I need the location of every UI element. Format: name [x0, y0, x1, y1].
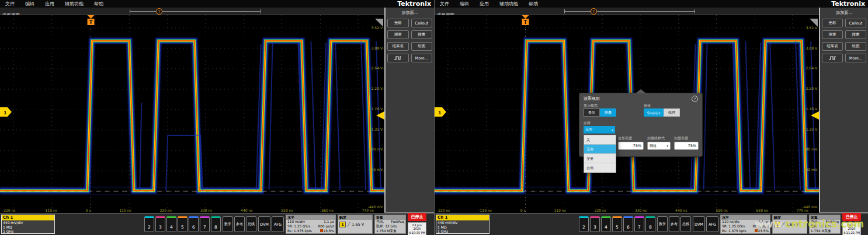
more-button[interactable]: More...: [845, 54, 866, 62]
persistence-option[interactable]: 无穷: [584, 145, 616, 154]
graticule-intensity-field[interactable]: 75%: [674, 142, 699, 150]
channel-7-button[interactable]: 7: [634, 216, 644, 232]
scope-right: 文件编辑应用辅助功能帮助 Tektronix 波形视图 T: [434, 0, 868, 235]
acquisition-badge[interactable]: 采集 自动,FastAcq 取样: 12 bits 1.754 M采集: [374, 215, 406, 234]
menu-item[interactable]: 帮助: [523, 0, 543, 8]
search-button[interactable]: 搜索: [411, 30, 433, 39]
persistence-option[interactable]: 变量: [584, 154, 616, 163]
channel-4-button[interactable]: 4: [166, 216, 176, 232]
horizontal-badge[interactable]: 水平 110 ns/div1.1 μs SR: 1.25 GS/s800 ps/…: [286, 215, 336, 234]
waveform-intensity-field[interactable]: 75%: [618, 142, 644, 150]
trigger-level-marker-icon[interactable]: [811, 111, 819, 120]
measure-button[interactable]: 测量: [387, 30, 409, 39]
menu-bar: 文件编辑应用辅助功能帮助 Tektronix: [0, 0, 434, 8]
menu-item[interactable]: 文件: [0, 0, 20, 8]
channel-5-button[interactable]: 5: [178, 216, 188, 232]
channel-1-marker-icon[interactable]: 1: [0, 107, 12, 117]
aux-button[interactable]: 总线: [246, 216, 256, 232]
menu-item[interactable]: 应用: [474, 0, 494, 8]
channel-5-button[interactable]: 5: [612, 216, 622, 232]
menu-item[interactable]: 辅助功能: [60, 0, 89, 8]
more-button[interactable]: More...: [411, 54, 433, 62]
aux-button[interactable]: 总线: [680, 216, 691, 232]
persistence-option[interactable]: 自动: [584, 163, 616, 173]
graticule[interactable]: T 1 -220 ns-110 ns0 s110 ns220 ns330 ns4…: [0, 15, 384, 213]
draw-a-box-corner-icon[interactable]: [810, 19, 818, 27]
tektronix-logo: Tektronix: [397, 0, 431, 8]
trigger-position-marker-icon[interactable]: T: [88, 15, 95, 25]
acquisition-mode: 自动,: [376, 220, 384, 225]
channel-3-button[interactable]: 3: [155, 216, 165, 232]
channel-1-scale: 440 mV/div: [3, 220, 53, 225]
channel-3-button[interactable]: 3: [590, 216, 600, 232]
results-table-button[interactable]: 结果表: [822, 42, 843, 51]
trigger-position-overview-icon[interactable]: T: [591, 8, 597, 15]
persistence-option[interactable]: 关: [584, 135, 616, 145]
plot-button[interactable]: 绘图: [411, 42, 433, 51]
waveform-badge-button[interactable]: [387, 54, 409, 62]
graticule-style-dropdown[interactable]: 网格 ▾: [647, 142, 671, 150]
help-icon[interactable]: ?: [692, 96, 698, 102]
add-new-label: 添加新...: [822, 10, 866, 16]
zoom-overview-bar[interactable]: T: [130, 9, 261, 13]
menu-item[interactable]: 编辑: [454, 0, 474, 8]
cursor-button[interactable]: 光标: [387, 19, 409, 27]
aux-button[interactable]: 数学: [223, 216, 233, 232]
zoom-overview-bar[interactable]: T: [564, 9, 695, 13]
trigger-badge[interactable]: 触发 1 ╱ 1.65 V: [338, 215, 373, 234]
aux-button[interactable]: 数学: [657, 216, 668, 232]
aux-button[interactable]: 参考: [234, 216, 245, 232]
results-table-button[interactable]: 结果表: [387, 42, 409, 51]
menu-item[interactable]: 应用: [40, 0, 60, 8]
channel-8-button[interactable]: 8: [645, 216, 655, 232]
stacked-option[interactable]: 堆叠: [600, 108, 616, 117]
channel-6-button[interactable]: 6: [623, 216, 633, 232]
channel-7-button[interactable]: 7: [200, 216, 210, 232]
aux-button[interactable]: AFG: [706, 216, 718, 232]
cursor-button[interactable]: 光标: [822, 19, 843, 27]
math-ref-bus-buttons: 数学参考总线: [223, 216, 256, 232]
sample-rate: SR: 1.25 GS/s: [287, 225, 310, 229]
persistence-dropdown[interactable]: 无穷 ▾: [584, 126, 615, 134]
callout-button[interactable]: Callout: [845, 19, 866, 27]
overlay-option[interactable]: 叠加: [584, 108, 600, 117]
svg-text:T: T: [89, 19, 93, 25]
compression-pct: 23.5%: [320, 229, 334, 234]
waveform-intensity-label: 波形亮度: [618, 136, 632, 141]
math-ref-bus-buttons: 数学参考总线: [657, 216, 691, 232]
graticule-style-label: 刻度线样式: [647, 136, 665, 141]
trigger-level-marker-icon[interactable]: [376, 111, 384, 120]
callout-button[interactable]: Callout: [411, 19, 433, 27]
aux-button[interactable]: DVM: [693, 216, 705, 232]
dialog-title: 波形视图: [579, 93, 702, 101]
trigger-source-icon: 1: [339, 222, 346, 227]
channel-6-button[interactable]: 6: [189, 216, 199, 232]
menu-item[interactable]: 编辑: [20, 0, 40, 8]
plot-button[interactable]: 绘图: [845, 42, 866, 51]
menu-item[interactable]: 辅助功能: [494, 0, 523, 8]
run-stop-button[interactable]: 已停止: [408, 213, 426, 221]
display-mode-toggle: 叠加 堆叠: [584, 108, 616, 117]
sinx-option[interactable]: Sin(x)/x: [644, 108, 664, 117]
channel-2-button[interactable]: 2: [144, 216, 154, 232]
aux-button[interactable]: DVM: [258, 216, 270, 232]
linear-option[interactable]: 线性: [664, 108, 680, 117]
waveform-badge-button[interactable]: [822, 54, 843, 62]
channel-2-button[interactable]: 2: [579, 216, 589, 232]
channel-1-badge[interactable]: Ch 1 440 mV/div 1 MΩ 1 GHz: [436, 215, 489, 234]
aux-button[interactable]: 参考: [669, 216, 679, 232]
search-button[interactable]: 搜索: [845, 30, 866, 39]
trigger-level: 1.65 V: [352, 222, 364, 227]
measure-button[interactable]: 测量: [822, 30, 843, 39]
trigger-position-overview-icon[interactable]: T: [156, 8, 162, 15]
channel-4-button[interactable]: 4: [601, 216, 611, 232]
channel-1-badge[interactable]: Ch 1 440 mV/div 1 MΩ 1 GHz: [1, 215, 55, 234]
chevron-down-icon: ▾: [612, 128, 613, 132]
trigger-position-marker-icon[interactable]: T: [522, 15, 529, 25]
menu-item[interactable]: 帮助: [89, 0, 109, 8]
channel-8-button[interactable]: 8: [211, 216, 221, 232]
draw-a-box-corner-icon[interactable]: [375, 19, 383, 27]
menu-item[interactable]: 文件: [435, 0, 454, 8]
channel-1-marker-icon[interactable]: 1: [435, 107, 446, 117]
aux-button[interactable]: AFG: [272, 216, 284, 232]
